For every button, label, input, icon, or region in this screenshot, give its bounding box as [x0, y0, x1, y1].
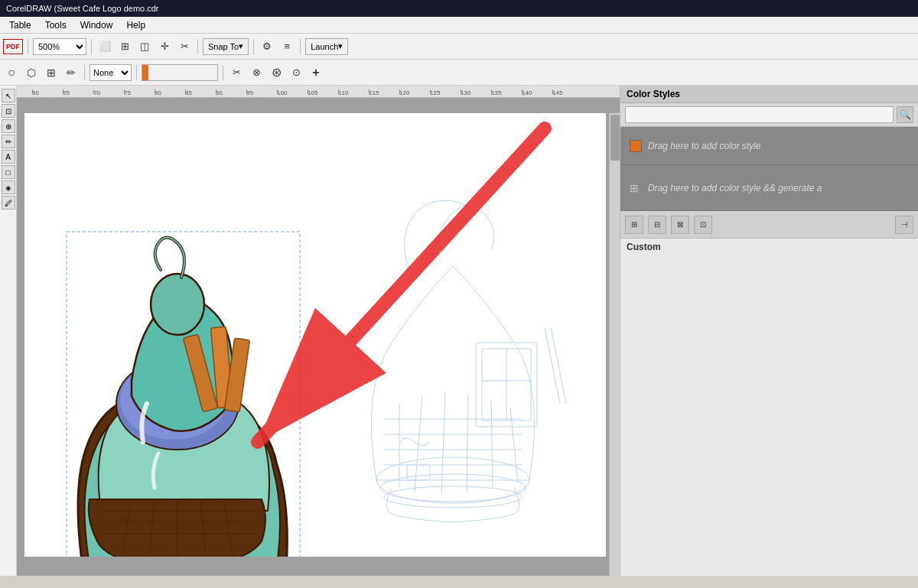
snap-to-label: Snap To	[208, 42, 239, 51]
view-icon[interactable]: ◫	[136, 38, 153, 55]
panel-title: Color Styles	[620, 86, 918, 103]
separator7	[136, 65, 137, 80]
crosshair-icon[interactable]: ✛	[156, 38, 173, 55]
ruler-tick-140: 140	[522, 89, 552, 97]
separator6	[84, 65, 85, 80]
svg-rect-19	[407, 465, 430, 480]
export-icon[interactable]: ⊣	[895, 216, 913, 234]
scrollbar-v[interactable]	[609, 113, 620, 576]
ruler-tick-65: 65	[63, 89, 93, 97]
search-row: 🔍	[620, 103, 918, 127]
title-text: CorelDRAW (Sweet Cafe Logo demo.cdr	[6, 4, 159, 13]
color-swatch-orange	[630, 140, 642, 152]
tool-node[interactable]: ⊡	[2, 104, 15, 118]
separator1	[28, 39, 28, 54]
ruler-tick-115: 115	[369, 89, 399, 97]
toolbar1: PDF 500% 200% 100% 50% ⬜ ⊞ ◫ ✛ ✂ Snap To…	[0, 34, 918, 60]
grid-icon[interactable]: ⊞	[116, 38, 133, 55]
grid3-icon[interactable]: ⊡	[694, 216, 712, 234]
menu-window[interactable]: Window	[74, 18, 119, 32]
color-search-input[interactable]	[625, 106, 894, 123]
svg-point-18	[384, 486, 522, 508]
menu-help[interactable]: Help	[120, 18, 151, 32]
ruler-tick-135: 135	[491, 89, 522, 97]
ruler-tick-95: 95	[246, 89, 277, 97]
svg-point-25	[151, 274, 204, 335]
svg-line-6	[415, 396, 422, 492]
separator8	[223, 65, 223, 80]
svg-line-9	[491, 400, 493, 488]
launch-btn[interactable]: Launch ▾	[305, 38, 348, 55]
ruler-tick-120: 120	[399, 89, 430, 97]
tool-select[interactable]: ↖	[2, 89, 15, 102]
svg-line-7	[441, 392, 445, 494]
snap-to-btn[interactable]: Snap To ▾	[203, 38, 249, 55]
tool-zoom[interactable]: ⊕	[2, 119, 15, 133]
pen-icon[interactable]: ✏	[63, 64, 80, 81]
ruler-tick-105: 105	[308, 89, 338, 97]
canvas-content[interactable]: Sweet Cafe	[24, 113, 606, 557]
svg-line-30	[258, 128, 545, 442]
ruler-tick-70: 70	[93, 89, 124, 97]
canvas-area: 60 65 70 75 80 85 90 95 100 105 110 115 …	[17, 86, 620, 576]
ruler-tick-75: 75	[124, 89, 155, 97]
ruler-tick-125: 125	[430, 89, 461, 97]
svg-line-16	[545, 327, 560, 404]
color-line-box[interactable]	[142, 64, 218, 81]
ruler-horizontal: 60 65 70 75 80 85 90 95 100 105 110 115 …	[17, 86, 620, 98]
ruler-tick-110: 110	[338, 89, 369, 97]
add-icon[interactable]: +	[308, 64, 324, 81]
svg-point-11	[380, 474, 526, 502]
tool-text[interactable]: A	[2, 150, 15, 164]
separator5	[300, 39, 301, 54]
svg-line-17	[551, 327, 566, 404]
grid2-icon[interactable]: ⊠	[671, 216, 689, 234]
ruler-tick-80: 80	[155, 89, 185, 97]
layers-icon[interactable]: ⊛	[268, 64, 285, 81]
right-panel-toolbar: ⊞ ⊟ ⊠ ⊡ ⊣	[620, 211, 918, 239]
new-style-icon[interactable]: ⊞	[625, 216, 643, 234]
ruler-ticks: 60 65 70 75 80 85 90 95 100 105 110 115 …	[32, 86, 583, 97]
menu-table[interactable]: Table	[3, 18, 37, 32]
grid1-icon[interactable]: ⊟	[648, 216, 666, 234]
ruler-tick-100: 100	[277, 89, 308, 97]
none-dropdown[interactable]: None	[90, 64, 132, 81]
ruler-tick-85: 85	[185, 89, 216, 97]
snap-chevron-icon: ▾	[239, 41, 243, 51]
drag-text-1: Drag here to add color style	[648, 141, 760, 151]
edit-icon[interactable]: ✂	[176, 38, 193, 55]
ruler-tick-145: 145	[552, 89, 583, 97]
svg-line-8	[467, 395, 468, 492]
right-panel: Color Styles 🔍 Drag here to add color st…	[620, 86, 918, 576]
toolbar2: ○ ⬡ ⊞ ✏ None ✂ ⊗ ⊛ ⊙ +	[0, 60, 918, 86]
layout-icon[interactable]: ≡	[278, 38, 295, 55]
separator2	[91, 39, 92, 54]
scrollbar-thumb-v[interactable]	[610, 115, 620, 161]
menu-tools[interactable]: Tools	[39, 18, 73, 32]
drag-text-2: Drag here to add color style && generate…	[648, 183, 822, 193]
custom-label: Custom	[620, 239, 918, 255]
main-layout: ↖ ⊡ ⊕ ✏ A □ ◈ 🖉 60 65 70 75 80 85 90 95 …	[0, 86, 918, 576]
tool-shape[interactable]: □	[2, 165, 15, 179]
tool-eyedrop[interactable]: 🖉	[2, 196, 15, 210]
node-icon[interactable]: ⬡	[23, 64, 40, 81]
gradient-icon: ⊞	[630, 182, 642, 194]
tool-fill[interactable]: ◈	[2, 180, 15, 194]
drag-zone-1: Drag here to add color style	[620, 127, 918, 165]
edit-nodes-icon[interactable]: ✂	[228, 64, 245, 81]
weld-icon[interactable]: ⊗	[248, 64, 265, 81]
frame-icon[interactable]: ⬜	[96, 38, 113, 55]
layers2-icon[interactable]: ⊙	[288, 64, 304, 81]
launch-label: Launch	[311, 42, 338, 51]
left-panel: ↖ ⊡ ⊕ ✏ A □ ◈ 🖉	[0, 86, 17, 576]
ruler-tick-90: 90	[216, 89, 246, 97]
zoom-dropdown[interactable]: 500% 200% 100% 50%	[33, 38, 86, 55]
tool-pen[interactable]: ✏	[2, 135, 15, 148]
menu-bar: Table Tools Window Help	[0, 17, 918, 34]
title-bar: CorelDRAW (Sweet Cafe Logo demo.cdr	[0, 0, 918, 17]
search-icon-btn[interactable]: 🔍	[897, 106, 913, 123]
transform-icon[interactable]: ⊞	[43, 64, 60, 81]
circle-icon[interactable]: ○	[3, 64, 20, 81]
pdf-icon[interactable]: PDF	[3, 39, 23, 54]
settings-icon[interactable]: ⚙	[259, 38, 275, 55]
